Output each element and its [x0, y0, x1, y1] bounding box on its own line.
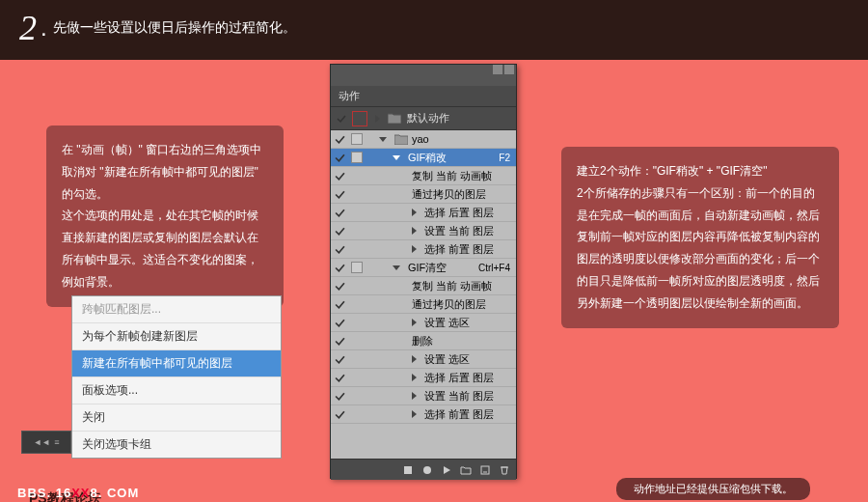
panel-chrome [331, 65, 516, 86]
action-step[interactable]: 复制 当前 动画帧 [331, 277, 516, 295]
action-step[interactable]: 通过拷贝的图层 [331, 185, 516, 204]
check-icon [335, 189, 345, 200]
triangle-down-icon[interactable] [379, 137, 387, 142]
action-step[interactable]: 设置 当前 图层 [331, 387, 516, 405]
check-icon [335, 171, 345, 181]
menu-item-new-layer-per-frame[interactable]: 为每个新帧创建新图层 [72, 323, 281, 350]
credit-url: BBS. 16XX8. COM [17, 486, 139, 500]
svg-point-1 [423, 466, 431, 474]
svg-rect-2 [481, 466, 489, 474]
download-note: 动作地址已经提供压缩包供下载。 [616, 478, 810, 500]
step-text: 先做一些设置以便日后操作的过程简化。 [53, 19, 296, 37]
left-explanation-text: 在 "动画（帧）" 窗口右边的三角选项中取消对 "新建在所有帧中都可见的图层" … [62, 143, 261, 289]
action-name: GIF清空 [408, 261, 478, 275]
collapsed-panel-tab[interactable]: ◄◄ ≡ [21, 431, 71, 454]
action-step[interactable]: 选择 前置 图层 [331, 405, 516, 424]
panel-footer [331, 459, 516, 480]
right-explanation: 建立2个动作："GIF稍改" + "GIF清空" 2个所储存的步骤只有一个区别：… [561, 147, 839, 328]
action-shortcut: F2 [499, 153, 510, 163]
menu-item-match-layers[interactable]: 跨帧匹配图层... [72, 296, 281, 323]
check-icon [335, 354, 345, 365]
panel-toolbar: 默认动作 [331, 107, 516, 130]
expand-icon[interactable] [375, 115, 380, 123]
default-actions-label: 默认动作 [407, 111, 449, 126]
action-shortcut: Ctrl+F4 [478, 263, 510, 273]
triangle-right-icon[interactable] [412, 392, 417, 400]
context-menu: 跨帧匹配图层... 为每个新帧创建新图层 新建在所有帧中都可见的图层 面板选项.… [71, 295, 282, 459]
action-step[interactable]: 设置 当前 图层 [331, 222, 516, 240]
check-icon [335, 409, 345, 420]
action-step[interactable]: 删除 [331, 332, 516, 350]
record-icon[interactable] [421, 464, 433, 476]
action-step[interactable]: 通过拷贝的图层 [331, 295, 516, 314]
action-set-row[interactable]: yao [331, 130, 516, 149]
action-step[interactable]: 选择 前置 图层 [331, 240, 516, 259]
panel-title: 动作 [331, 86, 516, 107]
play-icon[interactable] [441, 464, 452, 476]
collapse-icon[interactable] [493, 65, 502, 74]
action-step[interactable]: 设置 选区 [331, 314, 516, 332]
check-icon [335, 336, 345, 347]
svg-rect-0 [404, 466, 412, 474]
panel-menu-icon[interactable] [504, 65, 514, 74]
step-dot: . [41, 14, 47, 42]
triangle-right-icon[interactable] [412, 319, 417, 326]
check-icon [335, 208, 345, 218]
dialog-toggle[interactable] [351, 262, 363, 273]
triangle-right-icon[interactable] [412, 410, 417, 418]
check-icon [335, 134, 345, 145]
menu-item-close-tab-group[interactable]: 关闭选项卡组 [72, 432, 281, 458]
check-icon [335, 281, 345, 292]
action-step[interactable]: 复制 当前 动画帧 [331, 167, 516, 185]
toggle-dialog-icon[interactable] [352, 111, 367, 126]
check-icon [335, 263, 345, 273]
action-step[interactable]: 设置 选区 [331, 350, 516, 369]
new-set-icon[interactable] [460, 464, 472, 476]
action-step[interactable]: 选择 后置 图层 [331, 204, 516, 222]
menu-icon: ≡ [54, 437, 59, 447]
check-icon [335, 373, 345, 383]
triangle-right-icon[interactable] [412, 209, 417, 216]
check-icon [335, 244, 345, 255]
menu-item-panel-options[interactable]: 面板选项... [72, 377, 281, 404]
triangle-down-icon[interactable] [393, 155, 400, 160]
set-name: yao [412, 133, 516, 145]
actions-panel: 动作 默认动作 yao [330, 64, 517, 479]
check-icon [335, 226, 345, 237]
stop-icon[interactable] [402, 464, 414, 476]
action-name: GIF稍改 [408, 151, 499, 165]
collapse-arrow-icon: ◄◄ [33, 437, 50, 447]
content-area: 在 "动画（帧）" 窗口右边的三角选项中取消对 "新建在所有帧中都可见的图层" … [0, 60, 868, 502]
folder-icon [388, 113, 401, 124]
dialog-toggle[interactable] [351, 133, 363, 145]
folder-icon [394, 134, 408, 145]
triangle-right-icon[interactable] [412, 355, 417, 363]
tutorial-step-header: 2 . 先做一些设置以便日后操作的过程简化。 [0, 0, 868, 60]
check-icon [335, 153, 345, 163]
left-explanation: 在 "动画（帧）" 窗口右边的三角选项中取消对 "新建在所有帧中都可见的图层" … [46, 126, 284, 307]
menu-item-close[interactable]: 关闭 [72, 404, 281, 432]
toggle-all-checkbox[interactable] [335, 112, 348, 126]
triangle-down-icon[interactable] [393, 265, 400, 270]
check-icon [335, 391, 345, 402]
menu-item-visible-all-frames[interactable]: 新建在所有帧中都可见的图层 [72, 350, 281, 377]
action-gif-modify[interactable]: GIF稍改 F2 [331, 149, 516, 167]
check-icon [335, 318, 345, 328]
trash-icon[interactable] [499, 464, 510, 476]
triangle-right-icon[interactable] [412, 374, 417, 381]
actions-list: yao GIF稍改 F2 复制 当前 动画帧 通过拷贝的图层 选择 后置 图层 … [331, 130, 516, 459]
triangle-right-icon[interactable] [412, 245, 417, 253]
new-action-icon[interactable] [479, 464, 491, 476]
triangle-right-icon[interactable] [412, 227, 417, 235]
dialog-toggle[interactable] [351, 152, 363, 163]
right-explanation-text: 建立2个动作："GIF稍改" + "GIF清空" 2个所储存的步骤只有一个区别：… [577, 164, 820, 310]
action-step[interactable]: 选择 后置 图层 [331, 369, 516, 387]
check-icon [335, 299, 345, 310]
step-number: 2 [19, 8, 37, 48]
action-gif-clear[interactable]: GIF清空 Ctrl+F4 [331, 259, 516, 277]
